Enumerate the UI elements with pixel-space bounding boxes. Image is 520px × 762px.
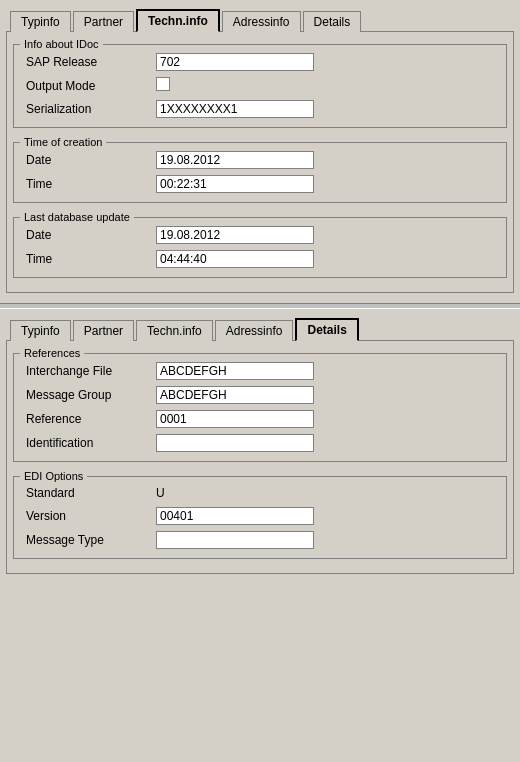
value-standard: U [156,486,494,500]
value-sap-release [156,53,494,71]
panel-2: Typinfo Partner Techn.info Adressinfo De… [0,309,520,582]
label-message-group: Message Group [26,388,156,402]
section-db-update: Last database update Date Time [13,211,507,278]
row-serialization: Serialization [20,97,500,121]
tab-bar-2: Typinfo Partner Techn.info Adressinfo De… [6,313,514,340]
label-message-type: Message Type [26,533,156,547]
value-version [156,507,494,525]
tab-bar-1: Typinfo Partner Techn.info Adressinfo De… [6,4,514,31]
tab-adressinfo-1[interactable]: Adressinfo [222,11,301,32]
checkbox-output-mode[interactable] [156,77,170,91]
input-sap-release[interactable] [156,53,314,71]
row-interchange-file: Interchange File [20,359,500,383]
label-serialization: Serialization [26,102,156,116]
input-reference[interactable] [156,410,314,428]
tab-details-2[interactable]: Details [295,318,358,341]
value-output-mode [156,77,494,94]
value-identification [156,434,494,452]
tab-adressinfo-2[interactable]: Adressinfo [215,320,294,341]
text-standard: U [156,486,165,500]
label-output-mode: Output Mode [26,79,156,93]
value-serialization [156,100,494,118]
input-creation-date[interactable] [156,151,314,169]
label-interchange-file: Interchange File [26,364,156,378]
input-creation-time[interactable] [156,175,314,193]
label-creation-time: Time [26,177,156,191]
input-serialization[interactable] [156,100,314,118]
tab-typinfo-1[interactable]: Typinfo [10,11,71,32]
row-message-type: Message Type [20,528,500,552]
row-identification: Identification [20,431,500,455]
label-sap-release: SAP Release [26,55,156,69]
label-reference: Reference [26,412,156,426]
input-update-time[interactable] [156,250,314,268]
label-update-date: Date [26,228,156,242]
row-output-mode: Output Mode [20,74,500,97]
row-creation-time: Time [20,172,500,196]
input-message-group[interactable] [156,386,314,404]
row-sap-release: SAP Release [20,50,500,74]
tab-content-1: Info about IDoc SAP Release Output Mode … [6,31,514,293]
label-version: Version [26,509,156,523]
row-version: Version [20,504,500,528]
input-identification[interactable] [156,434,314,452]
tab-partner-2[interactable]: Partner [73,320,134,341]
tab-techninfo-2[interactable]: Techn.info [136,320,213,341]
value-reference [156,410,494,428]
section-time-creation: Time of creation Date Time [13,136,507,203]
input-interchange-file[interactable] [156,362,314,380]
row-message-group: Message Group [20,383,500,407]
input-version[interactable] [156,507,314,525]
row-standard: Standard U [20,482,500,504]
value-message-type [156,531,494,549]
section-edi-options-title: EDI Options [20,470,87,482]
section-edi-options: EDI Options Standard U Version Message T… [13,470,507,559]
panel-1: Typinfo Partner Techn.info Adressinfo De… [0,0,520,301]
section-references-title: References [20,347,84,359]
label-creation-date: Date [26,153,156,167]
value-interchange-file [156,362,494,380]
tab-details-1[interactable]: Details [303,11,362,32]
row-update-date: Date [20,223,500,247]
label-standard: Standard [26,486,156,500]
value-creation-time [156,175,494,193]
section-time-creation-title: Time of creation [20,136,106,148]
tab-partner-1[interactable]: Partner [73,11,134,32]
row-creation-date: Date [20,148,500,172]
value-update-date [156,226,494,244]
section-db-update-title: Last database update [20,211,134,223]
label-identification: Identification [26,436,156,450]
input-message-type[interactable] [156,531,314,549]
input-update-date[interactable] [156,226,314,244]
row-update-time: Time [20,247,500,271]
tab-typinfo-2[interactable]: Typinfo [10,320,71,341]
tab-techninfo-1[interactable]: Techn.info [136,9,220,32]
section-info-idoc-title: Info about IDoc [20,38,103,50]
section-references: References Interchange File Message Grou… [13,347,507,462]
section-info-idoc: Info about IDoc SAP Release Output Mode … [13,38,507,128]
value-update-time [156,250,494,268]
row-reference: Reference [20,407,500,431]
label-update-time: Time [26,252,156,266]
tab-content-2: References Interchange File Message Grou… [6,340,514,574]
value-creation-date [156,151,494,169]
value-message-group [156,386,494,404]
